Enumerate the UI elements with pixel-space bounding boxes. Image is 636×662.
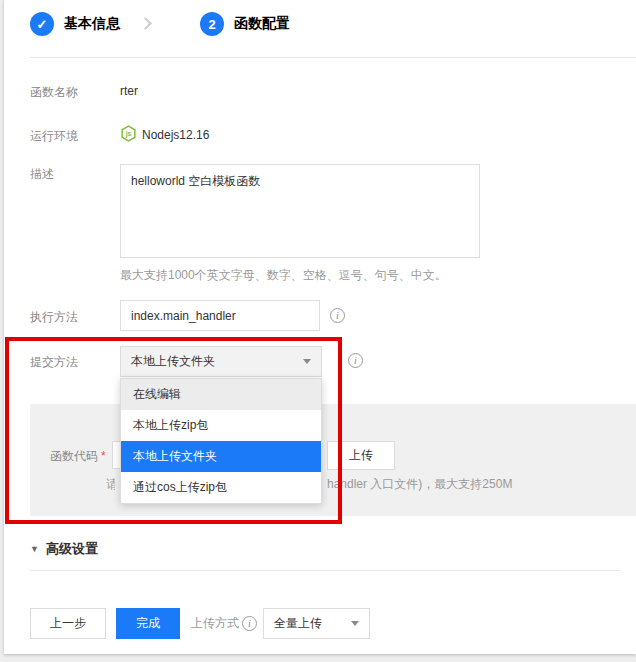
handler-info-icon[interactable]: i: [330, 308, 345, 323]
check-icon: ✓: [37, 17, 48, 32]
wizard-step-basic-info[interactable]: ✓ 基本信息: [30, 12, 120, 36]
required-asterisk: *: [101, 449, 106, 463]
description-label: 描述: [30, 166, 54, 183]
previous-step-button[interactable]: 上一步: [30, 608, 106, 639]
submit-method-label: 提交方法: [30, 354, 78, 371]
submit-method-value: 本地上传文件夹: [131, 353, 215, 370]
handler-label: 执行方法: [30, 309, 78, 326]
code-hint-text: handler 入口文件)，最大支持250M: [327, 476, 512, 493]
wizard-step-function-config[interactable]: 2 函数配置: [200, 12, 290, 36]
description-textarea[interactable]: helloworld 空白模板函数: [120, 164, 480, 258]
step2-label: 函数配置: [234, 15, 290, 33]
upload-mode-value: 全量上传: [274, 615, 322, 632]
dropdown-option-cos-zip[interactable]: 通过cos上传zip包: [121, 472, 321, 503]
nodejs-icon: js: [120, 125, 137, 142]
handler-input[interactable]: index.main_handler: [120, 300, 320, 331]
step2-number: 2: [208, 17, 215, 32]
chevron-down-icon: [351, 621, 359, 626]
create-function-wizard-screen: ✓ 基本信息 2 函数配置 函数名称 rter 运行环境 js Nodejs12…: [0, 0, 636, 662]
svg-text:js: js: [125, 130, 132, 138]
advanced-settings-label: 高级设置: [46, 540, 98, 558]
handler-value: index.main_handler: [131, 309, 236, 323]
content-card: [4, 0, 636, 654]
dropdown-option-online-edit[interactable]: 在线编辑: [121, 379, 321, 410]
description-value: helloworld 空白模板函数: [131, 174, 260, 188]
function-name-label: 函数名称: [30, 84, 78, 101]
header-divider: [30, 57, 636, 58]
description-hint: 最大支持1000个英文字母、数字、空格、逗号、句号、中文。: [120, 267, 447, 284]
upload-mode-label: 上传方式: [191, 615, 239, 632]
finish-button[interactable]: 完成: [116, 608, 180, 639]
code-hint-clipped: 请: [106, 476, 115, 493]
upload-mode-select[interactable]: 全量上传: [263, 608, 370, 639]
submit-method-select[interactable]: 本地上传文件夹: [120, 346, 322, 377]
footer-divider: [30, 570, 620, 571]
dropdown-option-upload-zip[interactable]: 本地上传zip包: [121, 410, 321, 441]
upload-button[interactable]: 上传: [327, 441, 395, 470]
step2-number-circle: 2: [200, 12, 224, 36]
upload-mode-info-icon[interactable]: i: [242, 616, 257, 631]
dropdown-option-upload-folder[interactable]: 本地上传文件夹: [121, 441, 321, 472]
step1-done-circle: ✓: [30, 12, 54, 36]
runtime-label: 运行环境: [30, 128, 78, 145]
runtime-value: Nodejs12.16: [142, 128, 209, 142]
submit-method-dropdown: 在线编辑 本地上传zip包 本地上传文件夹 通过cos上传zip包: [120, 378, 322, 504]
function-name-value: rter: [120, 84, 138, 98]
function-code-label: 函数代码*: [50, 448, 106, 465]
chevron-down-icon: [303, 359, 311, 364]
advanced-settings-toggle[interactable]: ▼ 高级设置: [30, 540, 98, 558]
submit-method-info-icon[interactable]: i: [348, 353, 363, 368]
upload-mode-label-group: 上传方式 i: [191, 608, 257, 639]
step1-label: 基本信息: [64, 15, 120, 33]
triangle-down-icon: ▼: [30, 545, 39, 554]
